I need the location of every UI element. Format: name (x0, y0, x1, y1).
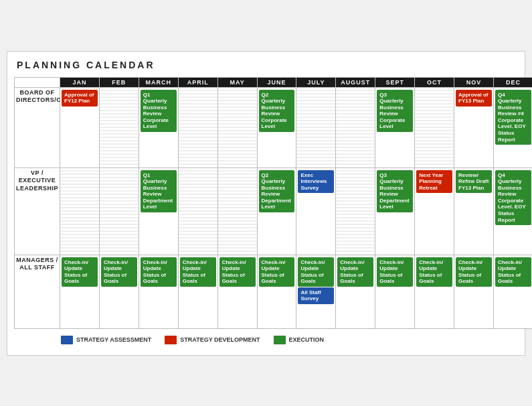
vp-nov: Review/ Refine Draft FY13 Plan (454, 167, 494, 255)
vp-oct-event: Next Year Planning Retreat (416, 170, 452, 194)
mgr-jan: Check-in/ Update Status of Goals (60, 255, 100, 328)
mgr-oct-event: Check-in/ Update Status of Goals (416, 257, 452, 287)
vp-may (217, 167, 257, 255)
board-feb (99, 87, 139, 167)
board-sep: Q3 Quarterly Business Review Corporate L… (375, 87, 415, 167)
mgr-dec-event: Check-in/ Update Status of Goals (495, 257, 531, 287)
mgr-mar-event: Check-in/ Update Status of Goals (141, 257, 177, 287)
vp-jun: Q2 Quarterly Business Review Department … (257, 167, 296, 255)
mgr-aug: Check-in/ Update Status of Goals (336, 255, 375, 328)
mgr-sep: Check-in/ Update Status of Goals (375, 255, 415, 328)
mgr-dec: Check-in/ Update Status of Goals (493, 255, 532, 328)
month-header-oct: OCT (415, 77, 454, 87)
vp-feb (99, 167, 139, 255)
board-mar: Q1 Quarterly Business Review Corporate L… (139, 87, 178, 167)
legend-strategy-development: STRATEGY DEVELOPMENT (165, 336, 260, 344)
vp-row-label: VP / EXECUTIVE LEADERSHIP (15, 167, 60, 255)
board-jan-event: Approval of FY12 Plan (62, 90, 98, 107)
month-header-dec: DEC (493, 77, 532, 87)
vp-jul: Exec Interviews Survey (296, 167, 336, 255)
mgr-jun-event: Check-in/ Update Status of Goals (259, 257, 295, 287)
vp-row: VP / EXECUTIVE LEADERSHIP Q1 Quarterly B… (15, 167, 533, 255)
mgr-apr-event: Check-in/ Update Status of Goals (180, 257, 216, 287)
vp-apr (178, 167, 217, 255)
mgr-jan-event: Check-in/ Update Status of Goals (62, 257, 98, 287)
legend: STRATEGY ASSESSMENT STRATEGY DEVELOPMENT… (14, 336, 518, 344)
calendar-container: PLANNING CALENDAR JAN FEB MARCH APRIL MA… (7, 51, 525, 356)
mgr-sep-event: Check-in/ Update Status of Goals (377, 257, 413, 287)
mgr-jul-event1: Check-in/ Update Status of Goals (298, 257, 334, 287)
board-row: BOARD OF DIRECTORS/CEO Approval of FY12 … (15, 87, 533, 167)
mgr-jul-event2: All Staff Survey (298, 287, 334, 304)
legend-strategy-assessment: STRATEGY ASSESSMENT (61, 336, 151, 344)
legend-red-box (165, 336, 177, 344)
vp-mar: Q1 Quarterly Business Review Department … (139, 167, 178, 255)
board-apr (178, 87, 217, 167)
managers-row-label: MANAGERS / ALL STAFF (15, 255, 60, 328)
month-header-mar: MARCH (139, 77, 178, 87)
month-header-aug: AUGUST (336, 77, 375, 87)
board-nov: Approval of FY13 Plan (454, 87, 494, 167)
vp-dec: Q4 Quarterly Business Review Corporate L… (493, 167, 532, 255)
board-may (217, 87, 257, 167)
board-mar-event: Q1 Quarterly Business Review Corporate L… (141, 90, 177, 133)
mgr-jul: Check-in/ Update Status of Goals All Sta… (296, 255, 336, 328)
month-header-may: MAY (217, 77, 257, 87)
month-header-apr: APRIL (178, 77, 217, 87)
vp-jul-event: Exec Interviews Survey (298, 170, 334, 194)
board-oct (415, 87, 454, 167)
vp-oct: Next Year Planning Retreat (415, 167, 454, 255)
mgr-oct: Check-in/ Update Status of Goals (415, 255, 454, 328)
mgr-apr: Check-in/ Update Status of Goals (178, 255, 217, 328)
vp-nov-event: Review/ Refine Draft FY13 Plan (456, 170, 492, 194)
calendar-table: JAN FEB MARCH APRIL MAY JUNE JULY AUGUST… (14, 77, 532, 329)
board-dec: Q4 Quarterly Business Review #4 Corporat… (493, 87, 532, 167)
board-jun: Q2 Quarterly Business Review Corporate L… (257, 87, 296, 167)
vp-jan (60, 167, 100, 255)
mgr-jun: Check-in/ Update Status of Goals (257, 255, 296, 328)
mgr-nov-event: Check-in/ Update Status of Goals (456, 257, 492, 287)
board-jul (296, 87, 336, 167)
mgr-mar: Check-in/ Update Status of Goals (139, 255, 178, 328)
board-aug (336, 87, 375, 167)
board-row-label: BOARD OF DIRECTORS/CEO (15, 87, 60, 167)
page-title: PLANNING CALENDAR (14, 60, 518, 70)
vp-mar-event: Q1 Quarterly Business Review Department … (141, 170, 177, 213)
legend-execution-label: EXECUTION (289, 336, 325, 343)
legend-green-box (274, 336, 286, 344)
mgr-feb-event: Check-in/ Update Status of Goals (101, 257, 137, 287)
mgr-may: Check-in/ Update Status of Goals (217, 255, 257, 328)
board-nov-event: Approval of FY13 Plan (456, 90, 492, 107)
month-header-nov: NOV (454, 77, 494, 87)
header-label-cell (15, 77, 60, 87)
month-header-sep: SEPT (375, 77, 415, 87)
vp-jun-event: Q2 Quarterly Business Review Department … (259, 170, 295, 213)
mgr-aug-event: Check-in/ Update Status of Goals (337, 257, 373, 287)
managers-row: MANAGERS / ALL STAFF Check-in/ Update St… (15, 255, 533, 328)
vp-sep: Q3 Quarterly Business Review Department … (375, 167, 415, 255)
mgr-may-event: Check-in/ Update Status of Goals (219, 257, 256, 287)
mgr-nov: Check-in/ Update Status of Goals (454, 255, 494, 328)
vp-dec-event: Q4 Quarterly Business Review Corporate L… (495, 170, 531, 226)
month-header-jul: JULY (296, 77, 336, 87)
board-sep-event: Q3 Quarterly Business Review Corporate L… (377, 90, 413, 133)
header-row: JAN FEB MARCH APRIL MAY JUNE JULY AUGUST… (15, 77, 533, 87)
vp-aug (336, 167, 375, 255)
board-jan: Approval of FY12 Plan (60, 87, 100, 167)
mgr-feb: Check-in/ Update Status of Goals (99, 255, 139, 328)
month-header-feb: FEB (99, 77, 139, 87)
legend-blue-box (61, 336, 73, 344)
vp-sep-event: Q3 Quarterly Business Review Department … (377, 170, 413, 213)
legend-execution: EXECUTION (274, 336, 325, 344)
board-dec-event: Q4 Quarterly Business Review #4 Corporat… (495, 90, 531, 145)
legend-strategy-assessment-label: STRATEGY ASSESSMENT (76, 336, 151, 343)
legend-strategy-development-label: STRATEGY DEVELOPMENT (180, 336, 260, 343)
month-header-jan: JAN (60, 77, 100, 87)
board-jun-event: Q2 Quarterly Business Review Corporate L… (259, 90, 295, 133)
month-header-jun: JUNE (257, 77, 296, 87)
